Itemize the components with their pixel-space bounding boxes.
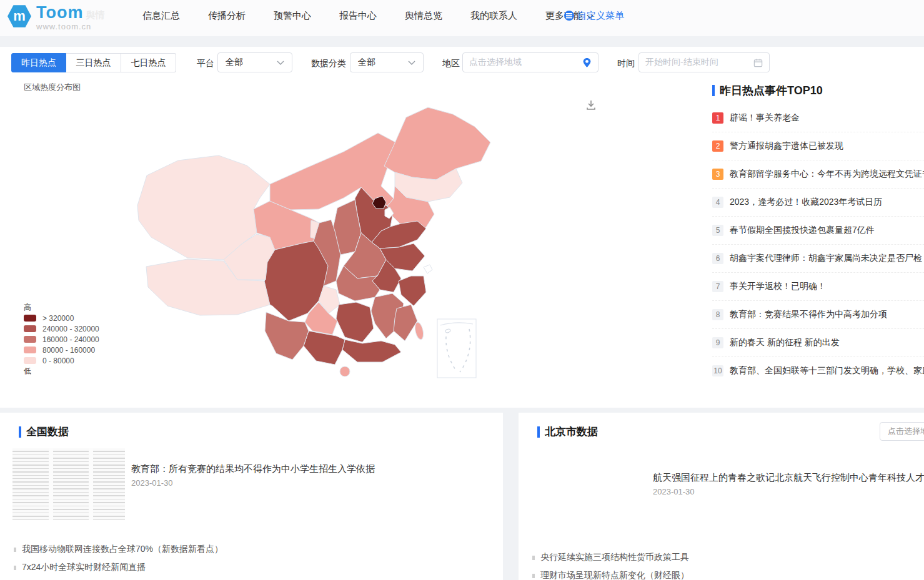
nav-item[interactable]: 我的联系人 — [470, 10, 517, 22]
top10-item[interactable]: 3教育部留学服务中心：今年不再为跨境远程文凭证书提供认证 — [712, 160, 924, 189]
legend-high-label: 高 — [24, 302, 99, 313]
legend-label: 0 - 80000 — [42, 356, 74, 365]
top10-item[interactable]: 2警方通报胡鑫宇遗体已被发现 — [712, 132, 924, 160]
national-title: 全国数据 — [26, 425, 69, 439]
section-accent-bar — [19, 426, 21, 438]
rank-badge: 9 — [712, 337, 723, 348]
legend-swatch — [24, 336, 36, 343]
rank-badge: 1 — [712, 112, 723, 124]
bullet-icon — [532, 556, 535, 560]
map-title: 区域热度分布图 — [24, 82, 81, 93]
region-input[interactable]: 点击选择地域 — [462, 52, 599, 72]
top10-item-text: 胡鑫宇案代理律师：胡鑫宇家属尚未决定是否尸检 — [730, 253, 922, 264]
nav-item[interactable]: 报告中心 — [339, 10, 377, 22]
news-list-item[interactable]: 央行延续实施三项结构性货币政策工具 — [532, 552, 689, 563]
legend-label: 240000 - 320000 — [42, 325, 99, 333]
news-list-item[interactable]: 理财市场呈现新特点新变化（财经眼） — [532, 570, 689, 580]
legend-row: > 320000 — [24, 313, 99, 323]
nav-item[interactable]: 预警中心 — [274, 10, 311, 22]
news-list-item[interactable]: 我国移动物联网连接数占全球70%（新数据新看点） — [14, 544, 223, 555]
top10-item[interactable]: 8教育部：竞赛结果不得作为中高考加分项 — [712, 301, 924, 329]
top10-item[interactable]: 6胡鑫宇案代理律师：胡鑫宇家属尚未决定是否尸检 — [712, 245, 924, 273]
tab-三日热点[interactable]: 三日热点 — [66, 53, 121, 72]
category-select[interactable]: 全部 — [350, 52, 424, 72]
calendar-icon — [753, 58, 763, 67]
brand-suffix: 舆情 — [86, 9, 104, 20]
brand-logo[interactable]: m Toom舆情 www.toom.cn — [7, 4, 104, 31]
province-hainan[interactable] — [340, 366, 350, 376]
province-taiwan[interactable] — [414, 322, 425, 340]
tab-昨日热点[interactable]: 昨日热点 — [11, 53, 66, 72]
legend-swatch — [24, 357, 36, 364]
top10-item[interactable]: 9新的春天 新的征程 新的出发 — [712, 329, 924, 357]
custom-menu-button[interactable]: 自定义菜单 — [564, 0, 624, 31]
legend-row: 0 - 80000 — [24, 355, 99, 366]
legend-row: 80000 - 160000 — [24, 345, 99, 355]
platform-select[interactable]: 全部 — [217, 52, 292, 72]
legend-label: > 320000 — [42, 314, 74, 323]
province-zhejiang[interactable] — [399, 276, 426, 306]
period-tabs: 昨日热点三日热点七日热点 — [11, 53, 176, 72]
province-guangdong[interactable] — [342, 340, 401, 362]
bullet-icon — [14, 566, 16, 570]
map-legend: 高 > 320000240000 - 320000160000 - 240000… — [24, 302, 99, 376]
nav-item[interactable]: 传播分析 — [208, 10, 246, 22]
top10-item-text: 教育部留学服务中心：今年不再为跨境远程文凭证书提供认证 — [730, 169, 924, 180]
region-label: 地区 — [442, 58, 460, 69]
province-heilongjiang[interactable] — [384, 107, 490, 180]
top10-item-text: 警方通报胡鑫宇遗体已被发现 — [730, 140, 843, 152]
location-pin-icon — [582, 57, 592, 68]
rank-badge: 2 — [712, 140, 723, 152]
top10-item-text: 教育部：竞赛结果不得作为中高考加分项 — [730, 309, 887, 320]
legend-swatch — [24, 315, 36, 322]
section-accent-bar — [712, 85, 715, 96]
province-hunan[interactable] — [336, 302, 374, 342]
legend-label: 80000 - 160000 — [42, 346, 95, 355]
tab-七日热点[interactable]: 七日热点 — [121, 53, 176, 72]
top10-item[interactable]: 5春节假期全国揽投快递包裹量超7亿件 — [712, 217, 924, 245]
rank-badge: 10 — [712, 365, 723, 376]
top10-item[interactable]: 1辟谣！事关养老金 — [712, 104, 924, 132]
article-title[interactable]: 教育部：所有竞赛的结果均不得作为中小学生招生入学依据 — [131, 463, 375, 475]
top10-item[interactable]: 10教育部、全国妇联等十三部门发文明确，学校、家庭、社会 — [712, 357, 924, 376]
top10-item-text: 新的春天 新的征程 新的出发 — [730, 337, 840, 348]
national-data-card: 全国数据 教育部：所有竞赛的结果均不得作为中小学生招生入学依据 2023-01-… — [0, 413, 503, 580]
legend-low-label: 低 — [24, 366, 99, 376]
platform-label: 平台 — [197, 58, 214, 69]
top10-item-text: 事关开学返校！已明确！ — [730, 281, 826, 292]
download-icon[interactable] — [585, 99, 597, 114]
top10-title: 昨日热点事件TOP10 — [720, 83, 823, 98]
article-title[interactable]: 航天强国征程上的青春之歌记北京航天飞行控制中心青年科技人才 — [653, 472, 924, 484]
legend-swatch — [24, 347, 36, 353]
time-range-input[interactable]: 开始时间-结束时间 — [638, 52, 770, 72]
select-region-button[interactable]: 点击选择地域 — [880, 422, 924, 441]
top10-item[interactable]: 7事关开学返校！已明确！ — [712, 273, 924, 301]
province-fujian[interactable] — [394, 305, 417, 341]
time-label: 时间 — [617, 58, 635, 69]
article-date: 2023-01-30 — [131, 478, 173, 488]
china-heatmap[interactable] — [112, 99, 500, 387]
bullet-icon — [14, 548, 16, 552]
news-list-item[interactable]: 7x24小时全球实时财经新闻直播 — [14, 562, 146, 573]
article-thumbnail[interactable] — [12, 448, 125, 520]
nav-item[interactable]: 舆情总览 — [405, 10, 442, 22]
legend-row: 160000 - 240000 — [24, 334, 99, 345]
province-guangxi[interactable] — [304, 331, 345, 365]
beijing-data-card: 北京市数据 点击选择地域 航天强国征程上的青春之歌记北京航天飞行控制中心青年科技… — [519, 413, 924, 580]
top10-panel: 昨日热点事件TOP10 1辟谣！事关养老金2警方通报胡鑫宇遗体已被发现3教育部留… — [712, 83, 924, 376]
legend-label: 160000 - 240000 — [42, 335, 99, 344]
category-label: 数据分类 — [311, 58, 346, 69]
rank-badge: 8 — [712, 309, 723, 320]
hotspot-panel: 昨日热点三日热点七日热点 平台 全部 数据分类 全部 地区 点击选择地域 时间 … — [0, 47, 924, 408]
bullet-icon — [532, 574, 535, 578]
top-nav-bar: m Toom舆情 www.toom.cn 信息汇总传播分析预警中心报告中心舆情总… — [0, 0, 924, 36]
nav-item[interactable]: 信息汇总 — [142, 10, 180, 22]
top10-item-text: 春节假期全国揽投快递包裹量超7亿件 — [730, 225, 875, 236]
legend-row: 240000 - 320000 — [24, 323, 99, 334]
section-accent-bar — [537, 426, 540, 438]
top10-item[interactable]: 42023，逢考必过！收藏2023年考试日历 — [712, 189, 924, 217]
province-shanghai[interactable] — [424, 265, 432, 273]
chevron-down-icon — [277, 61, 284, 65]
logo-hexagon-icon: m — [7, 4, 31, 28]
top10-item-text: 辟谣！事关养老金 — [730, 112, 800, 124]
